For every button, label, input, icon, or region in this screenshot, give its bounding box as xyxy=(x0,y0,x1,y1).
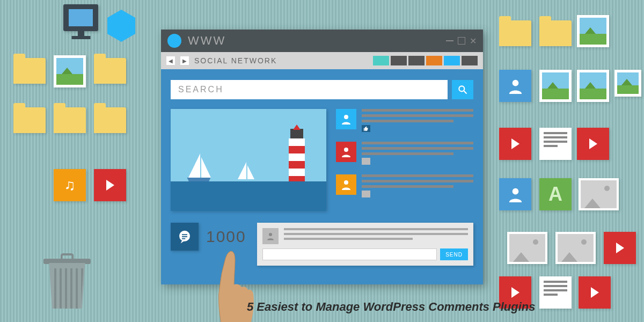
folder-icon[interactable] xyxy=(539,20,572,46)
photo-thumbnail[interactable] xyxy=(577,70,609,102)
cube-icon xyxy=(107,10,135,42)
feed-text-placeholder xyxy=(362,109,473,132)
address-chip xyxy=(426,56,442,65)
forward-button[interactable]: ▶ xyxy=(180,56,189,65)
photo-thumbnail[interactable] xyxy=(614,70,641,97)
feed-avatar-icon xyxy=(336,174,356,195)
search-input[interactable]: SEARCH xyxy=(171,80,448,99)
image-placeholder-icon[interactable] xyxy=(579,178,619,210)
comment-count-group: 1000 xyxy=(171,223,246,251)
video-play-icon[interactable] xyxy=(577,128,609,160)
speech-bubble-icon xyxy=(177,229,193,245)
svg-point-1 xyxy=(512,188,518,194)
address-bar: ◀ ▶ SOCIAL NETWORK xyxy=(161,52,483,69)
feed-item[interactable] xyxy=(336,174,473,197)
letter-tile[interactable]: A xyxy=(539,178,572,210)
photo-thumbnail[interactable] xyxy=(54,55,86,87)
folder-icon[interactable] xyxy=(94,107,126,133)
monitor-icon xyxy=(63,4,98,31)
address-chip xyxy=(408,56,425,65)
browser-window: WWW ✕ ◀ ▶ SOCIAL NETWORK SEARCH xyxy=(161,30,483,284)
document-icon[interactable] xyxy=(539,128,572,160)
comment-count-value: 1000 xyxy=(206,228,246,246)
feed-text-placeholder xyxy=(362,174,473,197)
search-icon xyxy=(457,84,468,95)
svg-point-5 xyxy=(344,148,348,152)
address-label: SOCIAL NETWORK xyxy=(194,56,368,65)
document-icon[interactable] xyxy=(539,276,572,309)
address-chip xyxy=(391,56,407,65)
address-chips xyxy=(373,56,478,65)
feed-item[interactable] xyxy=(336,109,473,132)
feed-meta-icon[interactable] xyxy=(362,125,370,132)
feed-avatar-icon xyxy=(336,109,356,129)
close-button[interactable]: ✕ xyxy=(470,36,477,46)
svg-line-3 xyxy=(464,91,467,94)
svg-point-2 xyxy=(459,86,464,91)
image-placeholder-icon[interactable] xyxy=(507,232,547,264)
video-play-icon[interactable] xyxy=(499,128,531,160)
folder-icon[interactable] xyxy=(13,58,46,84)
folder-icon[interactable] xyxy=(54,107,86,133)
reply-box: SEND xyxy=(257,223,473,266)
lighthouse-graphic xyxy=(289,138,305,184)
svg-point-6 xyxy=(344,180,348,185)
folder-icon[interactable] xyxy=(13,107,46,133)
page-content: SEARCH xyxy=(161,69,483,284)
feed-meta-icon[interactable] xyxy=(362,191,370,197)
search-button[interactable] xyxy=(452,80,473,99)
browser-logo-icon xyxy=(167,34,181,48)
hero-image xyxy=(171,109,326,211)
feed-list xyxy=(336,109,473,211)
photo-thumbnail[interactable] xyxy=(577,15,609,47)
feed-avatar-icon xyxy=(336,142,356,162)
user-avatar-icon[interactable] xyxy=(499,70,531,102)
image-placeholder-icon[interactable] xyxy=(555,232,596,264)
minimize-button[interactable] xyxy=(446,40,453,41)
svg-point-4 xyxy=(344,115,348,119)
comment-button[interactable] xyxy=(171,223,199,251)
feed-meta-icon[interactable] xyxy=(362,158,370,165)
address-chip xyxy=(462,56,478,65)
address-chip xyxy=(444,56,460,65)
address-chip xyxy=(373,56,389,65)
svg-point-7 xyxy=(179,231,190,241)
folder-icon[interactable] xyxy=(94,58,126,84)
user-avatar-icon[interactable] xyxy=(499,178,531,210)
reply-input[interactable] xyxy=(262,248,437,260)
video-play-icon[interactable] xyxy=(604,232,636,264)
back-button[interactable]: ◀ xyxy=(166,56,175,65)
feed-text-placeholder xyxy=(362,142,473,165)
music-icon[interactable]: ♫ xyxy=(54,169,86,201)
folder-icon[interactable] xyxy=(499,20,531,46)
feed-item[interactable] xyxy=(336,142,473,165)
caption-text: 5 Easiest to Manage WordPress Comments P… xyxy=(247,300,536,314)
window-titlebar[interactable]: WWW ✕ xyxy=(161,30,483,52)
svg-point-11 xyxy=(269,233,272,236)
maximize-button[interactable] xyxy=(458,37,465,45)
reply-avatar-icon xyxy=(262,228,279,244)
video-play-icon[interactable] xyxy=(94,169,126,201)
svg-point-0 xyxy=(512,79,518,86)
trash-icon[interactable] xyxy=(46,263,89,314)
video-play-icon[interactable] xyxy=(579,276,611,309)
photo-thumbnail[interactable] xyxy=(539,70,572,102)
send-button[interactable]: SEND xyxy=(440,248,468,260)
window-title: WWW xyxy=(188,34,446,48)
